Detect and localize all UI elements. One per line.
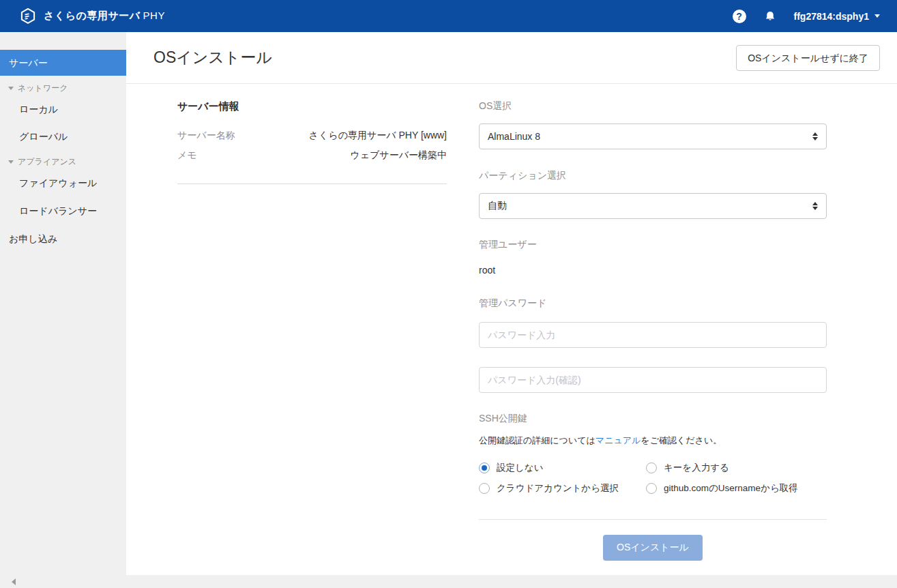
ssh-option-enter-key[interactable]: キーを入力する: [646, 462, 827, 474]
top-header: さくらの専用サーバPHY ? ffg27814:dsphy1: [0, 0, 897, 32]
server-memo-row: メモ ウェブサーバー構築中: [177, 149, 447, 162]
page-header: OSインストール OSインストールせずに終了: [126, 32, 897, 84]
help-icon[interactable]: ?: [733, 10, 746, 23]
server-info-panel: サーバー情報 サーバー名称 さくらの専用サーバ PHY [www] メモ ウェブ…: [177, 100, 447, 561]
brand: さくらの専用サーバPHY: [19, 8, 165, 25]
manual-link[interactable]: マニュアル: [595, 435, 641, 445]
divider: [479, 519, 827, 520]
ssh-option-cloud-account[interactable]: クラウドアカウントから選択: [479, 482, 646, 495]
sidebar-item-local[interactable]: ローカル: [0, 104, 126, 115]
select-arrows-icon: [812, 202, 818, 210]
exit-without-install-button[interactable]: OSインストールせずに終了: [736, 45, 880, 71]
chevron-down-icon: [8, 160, 14, 164]
sidebar: サーバー ネットワーク ローカル グローバル アプライアンス ファイアウォール …: [0, 32, 126, 588]
partition-select[interactable]: 自動: [479, 193, 827, 219]
select-arrows-icon: [812, 132, 818, 141]
os-install-button[interactable]: OSインストール: [603, 535, 703, 561]
page-title: OSインストール: [153, 47, 272, 68]
sidebar-group-appliance[interactable]: アプライアンス: [0, 156, 126, 167]
ssh-key-label: SSH公開鍵: [479, 413, 827, 425]
ssh-note: 公開鍵認証の詳細についてはマニュアルをご確認ください。: [479, 435, 827, 447]
header-actions: ? ffg27814:dsphy1: [733, 10, 880, 23]
server-name-label: サーバー名称: [177, 130, 235, 142]
account-id: ffg27814:dsphy1: [794, 11, 869, 22]
radio-icon[interactable]: [479, 462, 490, 473]
radio-icon[interactable]: [646, 462, 657, 473]
collapse-sidebar-icon[interactable]: [12, 578, 16, 585]
radio-icon[interactable]: [646, 483, 657, 494]
bottom-bar: [0, 575, 897, 588]
radio-icon[interactable]: [479, 483, 490, 494]
admin-user-label: 管理ユーザー: [479, 239, 827, 251]
account-menu[interactable]: ffg27814:dsphy1: [794, 11, 880, 22]
sidebar-item-global[interactable]: グローバル: [0, 131, 126, 142]
chevron-down-icon: [8, 87, 14, 90]
server-name-value: さくらの専用サーバ PHY [www]: [309, 130, 447, 142]
admin-user-value: root: [479, 265, 827, 276]
os-install-form: OS選択 AlmaLinux 8 パーティション選択 自動 管理ユーザー roo…: [479, 100, 827, 561]
admin-password-label: 管理パスワード: [479, 297, 827, 310]
sidebar-item-loadbalancer[interactable]: ロードバランサー: [0, 205, 126, 216]
server-memo-value: ウェブサーバー構築中: [350, 149, 447, 162]
ssh-option-group: 設定しない キーを入力する クラウドアカウントから選択 github.comのU…: [479, 462, 827, 495]
content-body: サーバー情報 サーバー名称 さくらの専用サーバ PHY [www] メモ ウェブ…: [126, 84, 897, 561]
os-select[interactable]: AlmaLinux 8: [479, 123, 827, 149]
server-memo-label: メモ: [177, 149, 197, 162]
main-content: OSインストール OSインストールせずに終了 サーバー情報 サーバー名称 さくら…: [126, 32, 897, 575]
ssh-option-none[interactable]: 設定しない: [479, 462, 646, 474]
sidebar-item-firewall[interactable]: ファイアウォール: [0, 177, 126, 188]
server-name-row: サーバー名称 さくらの専用サーバ PHY [www]: [177, 130, 447, 142]
partition-select-label: パーティション選択: [479, 170, 827, 182]
bell-icon[interactable]: [764, 10, 776, 23]
chevron-down-icon: [874, 14, 880, 18]
submit-row: OSインストール: [479, 535, 827, 561]
sidebar-item-signup[interactable]: お申し込み: [0, 233, 126, 244]
os-select-label: OS選択: [479, 100, 827, 113]
server-info-heading: サーバー情報: [177, 100, 447, 113]
sidebar-group-network[interactable]: ネットワーク: [0, 83, 126, 93]
ssh-option-github[interactable]: github.comのUsernameから取得: [646, 482, 827, 495]
sidebar-item-server[interactable]: サーバー: [0, 50, 126, 76]
sakura-logo-icon: [19, 8, 37, 25]
brand-title: さくらの専用サーバPHY: [44, 10, 165, 23]
password-confirm-input[interactable]: [479, 367, 827, 393]
password-input[interactable]: [479, 322, 827, 348]
divider: [177, 183, 447, 184]
